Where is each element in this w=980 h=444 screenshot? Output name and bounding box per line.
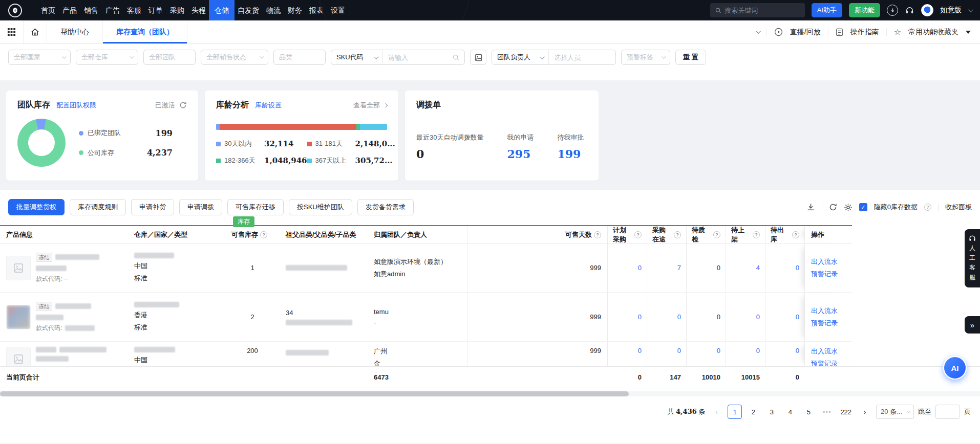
- collapse-panel-link[interactable]: 收起面板: [945, 203, 972, 212]
- in-transit-link[interactable]: 0: [647, 342, 686, 366]
- stat-my-applications[interactable]: 我的申请 295: [507, 133, 534, 161]
- nav-item-reports[interactable]: 报表: [309, 0, 324, 20]
- scrollbar-thumb[interactable]: [0, 391, 629, 396]
- ai-assistant-button[interactable]: AI助手: [812, 3, 842, 17]
- live-replay-link[interactable]: 直播/回放: [790, 28, 821, 37]
- stock-age-setting-link[interactable]: 库龄设置: [255, 101, 282, 110]
- next-page-button[interactable]: ›: [858, 405, 872, 419]
- caret-down-icon[interactable]: [966, 31, 971, 34]
- nav-item-ads[interactable]: 广告: [105, 0, 120, 20]
- pending-shelf-link[interactable]: 0: [726, 342, 765, 366]
- col-pending-qc[interactable]: 待质检?: [686, 226, 726, 243]
- category-select[interactable]: 品类: [273, 50, 326, 65]
- warning-record-link[interactable]: 预警记录: [811, 270, 838, 279]
- pending-shelf-link[interactable]: 4: [726, 243, 765, 292]
- col-category[interactable]: 祖父品类/父品类/子品类: [280, 226, 368, 243]
- in-transit-link[interactable]: 0: [647, 293, 686, 341]
- nav-item-products[interactable]: 产品: [62, 0, 77, 20]
- planned-purchase-link[interactable]: 0: [607, 293, 647, 341]
- question-circle-icon[interactable]: ?: [260, 231, 267, 238]
- col-sellable-stock[interactable]: 可售库存?: [225, 226, 280, 243]
- pending-outbound-link[interactable]: 0: [765, 243, 804, 292]
- sku-input[interactable]: [388, 54, 449, 61]
- stock-schedule-rules-button[interactable]: 库存调度规则: [70, 199, 126, 215]
- maintain-team-by-sku-button[interactable]: 按SKU维护团队: [289, 199, 352, 215]
- horizontal-scrollbar[interactable]: [0, 391, 980, 396]
- country-select[interactable]: 全部国家: [8, 50, 71, 65]
- avatar[interactable]: [921, 4, 933, 16]
- request-replenishment-button[interactable]: 申请补货: [131, 199, 174, 215]
- headset-icon[interactable]: [905, 6, 914, 15]
- nav-item-selffulfill[interactable]: 自发货: [238, 0, 259, 20]
- image-search-button[interactable]: [470, 50, 486, 65]
- more-pages-ellipsis[interactable]: •••: [820, 405, 834, 419]
- question-circle-icon[interactable]: ?: [634, 231, 642, 238]
- team-select[interactable]: 全部团队: [143, 50, 196, 65]
- warning-tag-select[interactable]: 预警标签: [621, 50, 670, 65]
- apps-grid-icon[interactable]: [0, 20, 24, 43]
- global-search[interactable]: [710, 3, 805, 17]
- pending-outbound-link[interactable]: 0: [765, 293, 804, 341]
- chevron-down-icon[interactable]: [968, 7, 973, 12]
- nav-item-service[interactable]: 客服: [127, 0, 141, 20]
- refresh-icon[interactable]: [179, 101, 187, 109]
- pending-shelf-link[interactable]: 0: [726, 293, 765, 341]
- nav-item-home[interactable]: 首页: [41, 0, 55, 20]
- collapse-side-widgets-button[interactable]: »: [965, 316, 980, 334]
- tab-inventory-query-team[interactable]: 库存查询（团队）: [103, 20, 187, 43]
- human-service-tab[interactable]: 人 工 客 服: [965, 229, 980, 287]
- col-pending-outbound[interactable]: 待出库?: [765, 226, 804, 243]
- operation-guide-link[interactable]: 操作指南: [850, 28, 879, 37]
- batch-adjust-rights-button[interactable]: 批量调整货权: [8, 199, 65, 215]
- nav-item-logistics[interactable]: 物流: [266, 0, 281, 20]
- nav-item-orders[interactable]: 订单: [148, 0, 163, 20]
- configure-team-permission-link[interactable]: 配置团队权限: [56, 101, 96, 110]
- team-leader-select[interactable]: 团队负责人: [492, 50, 548, 64]
- table-row[interactable]: 冻结 款式代码: -- 中国 标准 1 如意版演示环境（最新） 如意admin …: [0, 243, 852, 293]
- export-download-icon[interactable]: [806, 203, 815, 212]
- planned-purchase-link[interactable]: 0: [607, 342, 647, 366]
- app-logo[interactable]: [8, 4, 22, 17]
- pending-outbound-link[interactable]: 0: [765, 342, 804, 366]
- prev-page-button[interactable]: ‹: [709, 405, 723, 419]
- stat-pending-my-approval[interactable]: 待我审批 199: [557, 133, 584, 161]
- last-page-button[interactable]: 222: [838, 405, 854, 419]
- tabs-collapse-chevron-icon[interactable]: [756, 29, 761, 34]
- global-search-input[interactable]: [725, 7, 799, 14]
- page-4-button[interactable]: 4: [783, 405, 797, 419]
- col-planned-purchase[interactable]: 计划采购?: [607, 226, 647, 243]
- shipping-stockup-demand-button[interactable]: 发货备货需求: [357, 199, 414, 215]
- tab-help-center[interactable]: 帮助中心: [47, 20, 103, 43]
- nav-item-purchase[interactable]: 采购: [170, 0, 184, 20]
- question-circle-icon[interactable]: ?: [594, 231, 601, 238]
- jump-page-input[interactable]: [935, 405, 960, 419]
- in-out-flow-link[interactable]: 出入流水: [811, 306, 838, 316]
- nav-item-settings[interactable]: 设置: [331, 0, 345, 20]
- reset-button[interactable]: 重 置: [675, 50, 706, 65]
- question-circle-icon[interactable]: ?: [713, 231, 720, 238]
- table-row[interactable]: 冻结 款式代码: 香港 标准 2 34 temu - 999 0 0: [0, 293, 852, 342]
- sku-field-select[interactable]: SKU代码: [331, 50, 382, 64]
- nav-item-sales[interactable]: 销售: [84, 0, 98, 20]
- account-name[interactable]: 如意版: [940, 6, 962, 15]
- in-out-flow-link[interactable]: 出入流水: [811, 257, 838, 267]
- nav-item-firstleg[interactable]: 头程: [191, 0, 206, 20]
- col-pending-shelf[interactable]: 待上架?: [726, 226, 765, 243]
- question-circle-icon[interactable]: ?: [674, 231, 681, 238]
- request-transfer-button[interactable]: 申请调拨: [179, 199, 222, 215]
- question-circle-icon[interactable]: ?: [753, 231, 760, 238]
- col-purchase-in-transit[interactable]: 采购在途?: [647, 226, 686, 243]
- in-transit-link[interactable]: 7: [647, 243, 686, 292]
- page-size-select[interactable]: 20 条...: [876, 405, 914, 419]
- planned-purchase-link[interactable]: 0: [607, 243, 647, 292]
- warning-record-link[interactable]: 预警记录: [811, 319, 838, 328]
- home-tab-icon[interactable]: [24, 20, 47, 43]
- warehouse-select[interactable]: 全部仓库: [76, 50, 138, 65]
- table-row[interactable]: 中国 200 广州 金 999 0 0 0 0 0 出入流水 预警记录: [0, 342, 852, 366]
- download-center-icon[interactable]: [887, 5, 898, 16]
- page-2-button[interactable]: 2: [746, 405, 760, 419]
- hide-zero-stock-checkbox[interactable]: ✓: [859, 203, 867, 211]
- col-warehouse-country-type[interactable]: 仓库／国家／类型: [128, 226, 225, 243]
- nav-item-warehouse-active[interactable]: 仓储: [209, 0, 235, 20]
- question-circle-icon[interactable]: ?: [924, 204, 931, 211]
